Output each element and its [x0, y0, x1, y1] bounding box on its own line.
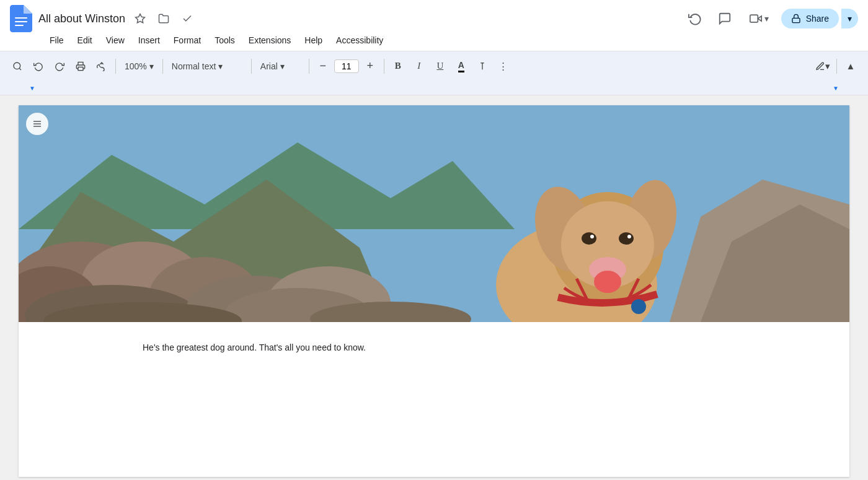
separator-6 [836, 59, 837, 74]
font-size-input[interactable]: 11 [334, 59, 359, 73]
redo-button[interactable] [50, 56, 69, 76]
print-button[interactable] [71, 56, 91, 76]
separator-3 [251, 59, 252, 74]
svg-rect-6 [792, 18, 800, 22]
svg-rect-2 [15, 25, 24, 26]
decrease-font-button[interactable]: − [313, 56, 333, 76]
document-body: He's the greatest dog around. That's all… [19, 322, 849, 373]
comments-icon[interactable] [712, 6, 737, 31]
menu-format[interactable]: Format [167, 33, 207, 48]
menu-extensions[interactable]: Extensions [242, 33, 297, 48]
menu-accessibility[interactable]: Accessibility [330, 33, 389, 48]
title-action-icons [131, 10, 196, 27]
history-icon[interactable] [683, 6, 707, 31]
font-value: Arial [260, 61, 278, 71]
search-button[interactable] [7, 56, 27, 76]
svg-point-33 [631, 299, 646, 314]
undo-button[interactable] [29, 56, 48, 76]
separator-1 [115, 59, 116, 74]
font-dropdown[interactable]: Arial ▾ [255, 59, 305, 74]
ruler: ▼ ▼ [0, 81, 868, 95]
cloud-save-icon[interactable] [179, 10, 196, 27]
menu-bar: File Edit View Insert Format Tools Exten… [0, 32, 868, 51]
style-arrow: ▾ [218, 61, 223, 71]
document-image[interactable] [19, 105, 849, 322]
share-button[interactable]: Share [781, 9, 839, 28]
svg-rect-1 [15, 21, 27, 22]
zoom-dropdown[interactable]: 100% ▾ [120, 59, 159, 74]
svg-rect-5 [750, 15, 758, 22]
menu-file[interactable]: File [43, 33, 70, 48]
highlight-button[interactable] [472, 56, 492, 76]
svg-line-8 [19, 68, 21, 70]
zoom-arrow: ▾ [149, 61, 154, 71]
menu-tools[interactable]: Tools [208, 33, 241, 48]
image-options-button[interactable] [26, 113, 48, 135]
bold-button[interactable]: B [388, 56, 408, 76]
text-color-button[interactable]: A [451, 56, 471, 76]
share-dropdown-button[interactable]: ▾ [841, 9, 858, 28]
svg-rect-9 [78, 67, 83, 70]
style-dropdown[interactable]: Normal text ▾ [167, 59, 247, 74]
document-page: He's the greatest dog around. That's all… [19, 105, 849, 477]
right-indent-marker[interactable]: ▼ [833, 84, 839, 91]
pen-tool-button[interactable]: ▾ [813, 56, 833, 76]
text-color-label: A [458, 60, 464, 72]
zoom-value: 100% [125, 61, 147, 71]
separator-5 [384, 59, 384, 74]
increase-font-button[interactable]: + [360, 56, 380, 76]
svg-point-31 [590, 235, 594, 238]
body-paragraph: He's the greatest dog around. That's all… [143, 341, 725, 354]
svg-marker-3 [136, 14, 145, 23]
separator-2 [162, 59, 163, 74]
font-arrow: ▾ [280, 61, 285, 71]
video-dropdown-arrow: ▾ [764, 14, 769, 24]
share-label: Share [806, 14, 829, 24]
document-title: All about Winston [38, 12, 125, 25]
menu-view[interactable]: View [100, 33, 131, 48]
separator-4 [309, 59, 309, 74]
document-area: He's the greatest dog around. That's all… [0, 95, 868, 480]
folder-icon[interactable] [155, 10, 172, 27]
style-value: Normal text [172, 61, 216, 71]
svg-point-30 [619, 232, 634, 245]
svg-rect-0 [15, 17, 27, 19]
svg-point-29 [582, 232, 596, 245]
star-icon[interactable] [131, 10, 149, 27]
toolbar: 100% ▾ Normal text ▾ Arial ▾ − 11 + B I … [0, 51, 868, 81]
header-right-actions: ▾ Share ▾ [683, 6, 858, 31]
svg-marker-4 [758, 16, 761, 21]
more-options-button[interactable]: ⋮ [494, 56, 513, 76]
svg-point-7 [14, 63, 20, 69]
left-indent-marker[interactable]: ▼ [29, 84, 35, 91]
video-call-button[interactable]: ▾ [742, 7, 776, 30]
svg-point-32 [627, 235, 631, 238]
menu-help[interactable]: Help [298, 33, 329, 48]
menu-insert[interactable]: Insert [132, 33, 166, 48]
underline-button[interactable]: U [430, 56, 450, 76]
italic-button[interactable]: I [409, 56, 429, 76]
collapse-toolbar-button[interactable]: ▲ [841, 56, 861, 76]
paint-format-button[interactable] [92, 56, 112, 76]
docs-app-icon [10, 5, 32, 32]
menu-edit[interactable]: Edit [71, 33, 99, 48]
